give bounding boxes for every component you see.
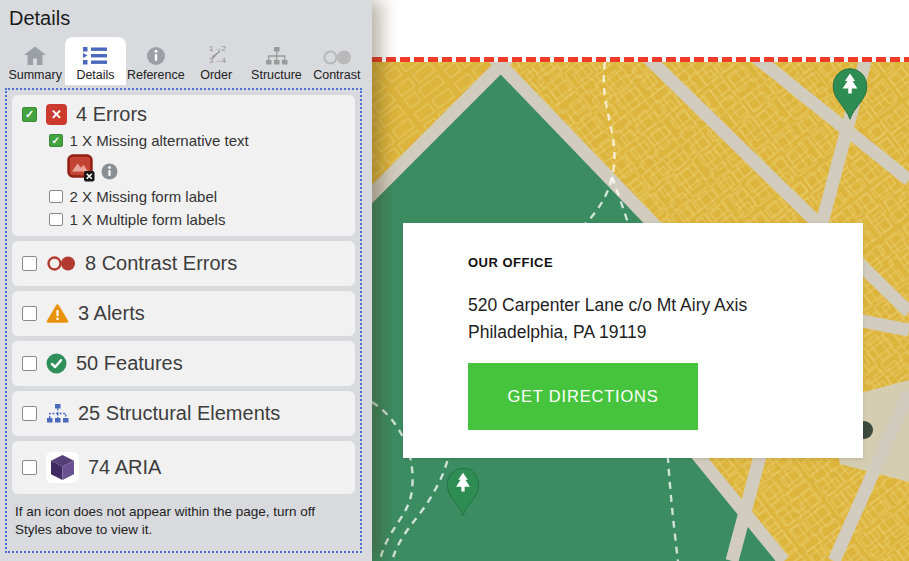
missing-alt-checkbox[interactable] [49, 134, 63, 148]
order-icon: 1→2 3→4 [203, 44, 229, 66]
tab-structure-label: Structure [251, 69, 302, 82]
home-icon [23, 44, 47, 66]
tab-contrast-label: Contrast [313, 69, 360, 82]
tab-order[interactable]: 1→2 3→4 Order [186, 37, 246, 85]
footer-note: If an icon does not appear within the pa… [12, 499, 355, 539]
tab-structure[interactable]: Structure [246, 37, 306, 85]
missing-form-label-label: 2 X Missing form label [70, 188, 218, 205]
contrast-errors-label: 8 Contrast Errors [85, 252, 237, 275]
tab-details[interactable]: Details [65, 37, 125, 85]
panel-title: Details [0, 0, 372, 37]
features-checkbox[interactable] [22, 356, 37, 371]
map-image: OUR OFFICE 520 Carpenter Lane c/o Mt Air… [372, 62, 909, 561]
tab-bar: Summary Details Reference 1→2 3→4 [5, 37, 367, 85]
alerts-label: 3 Alerts [78, 302, 145, 325]
aria-section: 74 ARIA [12, 441, 355, 494]
details-list-icon [82, 44, 108, 66]
office-card-heading: OUR OFFICE [468, 255, 863, 270]
aria-cube-icon [46, 452, 79, 483]
alert-triangle-icon [46, 303, 69, 324]
info-icon [146, 44, 166, 66]
errors-label: 4 Errors [76, 103, 147, 126]
missing-form-label-checkbox[interactable] [49, 190, 63, 204]
error-info-icon[interactable] [101, 163, 118, 180]
alerts-checkbox[interactable] [22, 306, 37, 321]
contrast-errors-icon [46, 255, 76, 272]
missing-alt-image-icon[interactable] [67, 154, 95, 182]
tab-contrast[interactable]: Contrast [307, 37, 367, 85]
tab-order-label: Order [200, 69, 232, 82]
missing-alt-label: 1 X Missing alternative text [70, 132, 249, 149]
structural-elements-section: 25 Structural Elements [12, 391, 355, 436]
contrast-errors-checkbox[interactable] [22, 256, 37, 271]
structural-label: 25 Structural Elements [78, 402, 280, 425]
multiple-form-labels-checkbox[interactable] [49, 213, 63, 227]
multiple-form-labels-label: 1 X Multiple form labels [70, 211, 226, 228]
structure-icon [265, 44, 288, 66]
alerts-section: 3 Alerts [12, 291, 355, 336]
details-content: 4 Errors 1 X Missing alternative text [5, 88, 362, 553]
aria-checkbox[interactable] [22, 460, 37, 475]
get-directions-button[interactable]: GET DIRECTIONS [468, 363, 698, 430]
tab-details-label: Details [76, 69, 114, 82]
office-card: OUR OFFICE 520 Carpenter Lane c/o Mt Air… [403, 223, 863, 458]
tab-summary[interactable]: Summary [5, 37, 65, 85]
structural-checkbox[interactable] [22, 406, 37, 421]
svg-text:3→4: 3→4 [209, 56, 226, 65]
wave-details-panel: Details Summary Details Reference [0, 0, 372, 561]
errors-section: 4 Errors 1 X Missing alternative text [12, 95, 355, 236]
office-address-line2: Philadelphia, PA 19119 [468, 319, 863, 346]
contrast-errors-section: 8 Contrast Errors [12, 241, 355, 286]
contrast-icon [322, 44, 352, 66]
svg-text:1→2: 1→2 [209, 44, 226, 53]
aria-label: 74 ARIA [88, 456, 161, 479]
structure-tree-icon [46, 403, 69, 424]
feature-check-icon [46, 353, 67, 374]
office-address-line1: 520 Carpenter Lane c/o Mt Airy Axis [468, 292, 863, 319]
errors-checkbox[interactable] [22, 107, 37, 122]
features-label: 50 Features [76, 352, 183, 375]
office-address: 520 Carpenter Lane c/o Mt Airy Axis Phil… [468, 292, 863, 346]
tab-summary-label: Summary [8, 69, 61, 82]
tab-reference[interactable]: Reference [126, 37, 186, 85]
features-section: 50 Features [12, 341, 355, 386]
tab-reference-label: Reference [127, 69, 185, 82]
error-x-icon [46, 104, 67, 125]
wave-boundary-dashed-line [372, 57, 909, 62]
